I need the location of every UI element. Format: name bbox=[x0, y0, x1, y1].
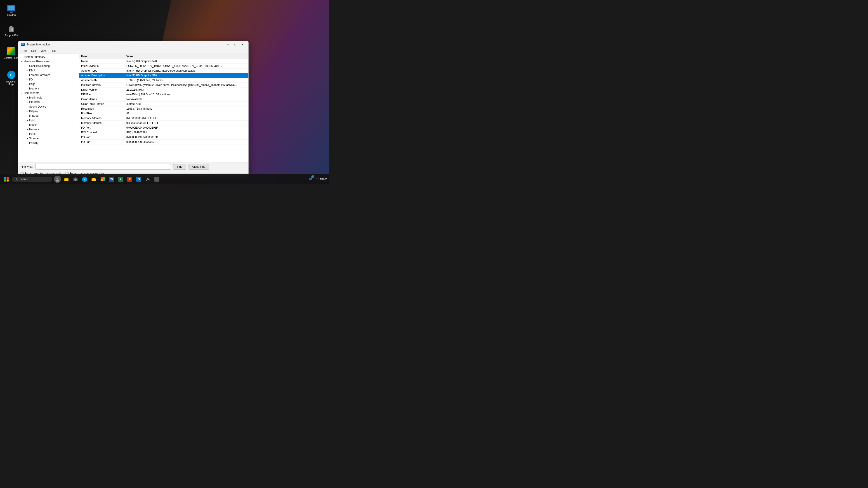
tree-item-printing[interactable]: ─ Printing bbox=[18, 141, 79, 145]
taskbar-powerpoint[interactable]: P bbox=[126, 175, 134, 183]
table-cell-item: Driver Version bbox=[79, 88, 125, 92]
desktop-icon-edge[interactable]: e Microsoft Edge bbox=[2, 69, 20, 87]
table-cell-item: PNP Device ID bbox=[79, 64, 125, 68]
table-cell-item: Color Planes bbox=[79, 97, 125, 102]
tree-item-ports[interactable]: ─ Ports bbox=[18, 131, 79, 136]
table-cell-value: 32 bbox=[125, 111, 248, 116]
table-cell-item: Bits/Pixel bbox=[79, 111, 125, 116]
table-cell-item: Memory Address bbox=[79, 116, 125, 121]
taskbar-file-explorer[interactable] bbox=[62, 175, 70, 183]
table-row[interactable]: I/O Port0x000003C0-0x000003DF bbox=[79, 140, 248, 145]
tree-item-hardware-resources[interactable]: ▼ Hardware Resources bbox=[18, 59, 79, 64]
svg-point-16 bbox=[75, 179, 76, 180]
tree-item-io[interactable]: ─ I/O bbox=[18, 77, 79, 82]
taskbar-store[interactable] bbox=[98, 175, 107, 183]
table-cell-value: 0x000003C0-0x000003DF bbox=[125, 140, 248, 145]
maximize-button[interactable]: □ bbox=[232, 42, 239, 47]
desktop-icon-this-pc[interactable]: This PC bbox=[2, 2, 20, 18]
taskbar-edge[interactable]: e bbox=[81, 175, 89, 183]
table-cell-value: 0xF0000000-0xF0FFFFFF bbox=[125, 116, 248, 121]
table-cell-item: Adapter Type bbox=[79, 68, 125, 73]
menu-view[interactable]: View bbox=[38, 49, 49, 53]
expander-dma: ─ bbox=[26, 69, 29, 72]
menu-help[interactable]: Help bbox=[49, 49, 59, 53]
table-row[interactable]: PNP Device IDPCI\VEN_8086&DEV_1916&SUBSY… bbox=[79, 64, 248, 68]
window-title: System Information bbox=[26, 43, 225, 46]
tree-item-infrared[interactable]: ─ Infrared bbox=[18, 114, 79, 118]
table-row[interactable]: Bits/Pixel32 bbox=[79, 111, 248, 116]
table-row[interactable]: Adapter TypeIntel(R) HD Graphics Family,… bbox=[79, 68, 248, 73]
tree-item-dma[interactable]: ─ DMA bbox=[18, 68, 79, 73]
table-row[interactable]: I/O Port0x000003B0-0x000003BB bbox=[79, 135, 248, 140]
table-cell-item: I/O Port bbox=[79, 140, 125, 145]
expander-components: ▼ bbox=[20, 91, 24, 95]
tree-item-memory[interactable]: ─ Memory bbox=[18, 86, 79, 91]
expander-forced-hardware: ─ bbox=[26, 73, 29, 77]
menu-file[interactable]: File bbox=[20, 49, 29, 53]
tree-item-conflicts[interactable]: ─ Conflicts/Sharing bbox=[18, 64, 79, 68]
edge-icon: e bbox=[7, 70, 16, 79]
taskbar-folder[interactable] bbox=[90, 175, 98, 183]
control-panel-icon bbox=[7, 47, 16, 56]
table-row[interactable]: Color PlanesNot Available bbox=[79, 97, 248, 102]
table-row[interactable]: NameIntel(R) HD Graphics 520 bbox=[79, 59, 248, 64]
table-row[interactable]: Memory Address0xE0000000-0xEFFFFFFF bbox=[79, 121, 248, 125]
table-cell-item: Installed Drivers bbox=[79, 83, 125, 88]
menu-edit[interactable]: Edit bbox=[29, 49, 38, 53]
table-cell-value: Intel(R) HD Graphics 520 bbox=[125, 73, 248, 78]
close-find-button[interactable]: Close Find bbox=[188, 164, 209, 170]
tree-item-multimedia[interactable]: ▼ Multimedia bbox=[18, 95, 79, 100]
table-row[interactable]: INF Fileoem25.inf (iSKLD_w10_DS section) bbox=[79, 92, 248, 97]
tree-item-storage[interactable]: ▼ Storage bbox=[18, 136, 79, 141]
taskbar-search[interactable]: Search bbox=[12, 177, 53, 182]
sysinfo-window-icon bbox=[21, 43, 25, 46]
desktop-icon-recycle-bin[interactable]: Recycle Bin bbox=[2, 23, 20, 38]
tree-item-display[interactable]: ─ Display bbox=[18, 109, 79, 114]
table-row[interactable]: I/O Port0x0000E000-0x0000E03F bbox=[79, 125, 248, 130]
taskbar-camera[interactable] bbox=[71, 175, 80, 183]
tree-item-modem[interactable]: ─ Modem bbox=[18, 123, 79, 127]
label-input: Input bbox=[29, 119, 35, 122]
taskbar-settings[interactable] bbox=[144, 175, 152, 183]
table-row[interactable]: Memory Address0xF0000000-0xF0FFFFFF bbox=[79, 116, 248, 121]
table-row[interactable]: Driver Version23.20.16.4973 bbox=[79, 88, 248, 92]
expander-display: ─ bbox=[26, 110, 29, 113]
tree-item-network[interactable]: ▼ Network bbox=[18, 127, 79, 131]
taskbar-word[interactable]: W bbox=[107, 175, 116, 183]
recycle-bin-icon bbox=[7, 24, 16, 33]
table-cell-value: 0x000003B0-0x000003BB bbox=[125, 135, 248, 140]
find-button[interactable]: Find bbox=[173, 164, 186, 170]
find-input[interactable] bbox=[35, 164, 171, 170]
col-item: Item bbox=[79, 54, 125, 59]
table-row[interactable]: IRQ ChannelIRQ 4294967291 bbox=[79, 130, 248, 135]
taskbar-more[interactable]: ⋯ bbox=[153, 175, 161, 183]
tree-item-irqs[interactable]: ─ IRQs bbox=[18, 82, 79, 86]
minimize-button[interactable]: ─ bbox=[225, 42, 231, 47]
table-cell-value: 1366 x 768 x 48 hertz bbox=[125, 106, 248, 111]
taskbar-excel[interactable]: X bbox=[117, 175, 125, 183]
close-button[interactable]: ✕ bbox=[239, 42, 246, 47]
table-cell-value: IRQ 4294967291 bbox=[125, 130, 248, 135]
table-row[interactable]: Color Table Entries4294967296 bbox=[79, 102, 248, 106]
table-row[interactable]: Adapter RAM1.00 GB (1,073,741,824 bytes) bbox=[79, 78, 248, 83]
taskbar-outlook[interactable]: O bbox=[135, 175, 143, 183]
camera-icon bbox=[73, 177, 78, 182]
tree-item-cdrom[interactable]: ─ CD-ROM bbox=[18, 100, 79, 104]
table-cell-value: C:\Windows\System32\DriverStore\FileRepo… bbox=[125, 83, 248, 88]
svg-rect-17 bbox=[75, 177, 76, 178]
notification-center[interactable]: 3 bbox=[306, 175, 314, 183]
tree-item-forced-hardware[interactable]: ─ Forced Hardware bbox=[18, 73, 79, 77]
table-row[interactable]: Installed DriversC:\Windows\System32\Dri… bbox=[79, 83, 248, 88]
tree-item-sound-device[interactable]: ─ Sound Device bbox=[18, 104, 79, 109]
taskbar-person-icon[interactable] bbox=[53, 175, 61, 183]
desktop: This PC Recycle Bin Control Panel e Micr… bbox=[0, 0, 329, 184]
svg-rect-22 bbox=[101, 179, 103, 181]
tree-item-system-summary[interactable]: System Summary bbox=[18, 55, 79, 59]
table-row[interactable]: Resolution1366 x 768 x 48 hertz bbox=[79, 106, 248, 111]
tree-item-components[interactable]: ▼ Components bbox=[18, 91, 79, 95]
table-cell-item: Resolution bbox=[79, 106, 125, 111]
start-button[interactable] bbox=[2, 175, 11, 184]
tree-item-input[interactable]: ▼ Input bbox=[18, 118, 79, 123]
table-row[interactable]: Adapter DescriptionIntel(R) HD Graphics … bbox=[79, 73, 248, 78]
desktop-icon-control-panel[interactable]: Control Panel bbox=[2, 45, 20, 61]
